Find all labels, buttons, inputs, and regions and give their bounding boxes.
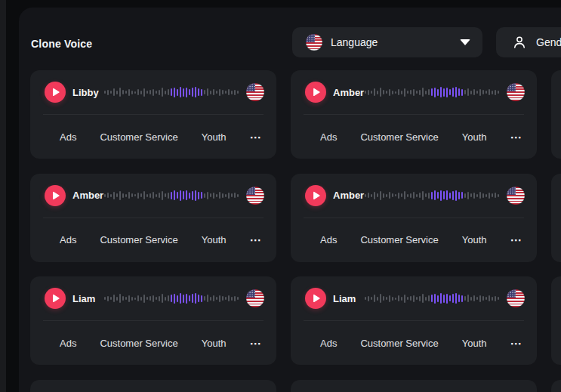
- play-button[interactable]: [45, 82, 66, 103]
- more-options-button[interactable]: ⋯: [510, 234, 522, 245]
- waveform-bar: [159, 193, 160, 198]
- waveform-bar: [458, 192, 460, 199]
- waveform-bar: [482, 296, 484, 301]
- voice-card-top: Liam: [30, 276, 276, 320]
- waveform-bar: [458, 88, 460, 96]
- more-options-button[interactable]: ⋯: [510, 131, 522, 143]
- waveform-bar: [404, 88, 405, 97]
- gender-dropdown[interactable]: Gender: [496, 27, 561, 57]
- waveform-bar: [219, 89, 220, 96]
- waveform-bar: [470, 91, 472, 94]
- waveform-bar: [419, 296, 421, 301]
- waveform-bar: [479, 295, 481, 302]
- waveform-bar: [452, 294, 454, 303]
- waveform-bar: [416, 297, 418, 300]
- waveform-bar: [425, 91, 427, 94]
- waveform-bar: [107, 296, 109, 301]
- voice-tag: Ads: [60, 234, 76, 245]
- waveform-bar: [495, 193, 496, 198]
- more-options-button[interactable]: ⋯: [250, 131, 262, 143]
- voice-card: Liam AdsCustomer ServiceYouth⋯: [30, 276, 276, 365]
- waveform-bar: [498, 297, 499, 300]
- waveform-bar: [401, 193, 402, 197]
- voice-card-partial: [551, 70, 561, 159]
- voice-tag: Ads: [60, 131, 76, 143]
- voice-grid: Libby AdsCustomer ServiceYouth⋯ Amber Ad…: [30, 70, 561, 392]
- voice-tags: AdsCustomer ServiceYouth⋯: [30, 115, 276, 159]
- waveform-bar: [431, 295, 433, 302]
- waveform-bar: [413, 192, 415, 199]
- waveform-bar: [213, 89, 214, 95]
- waveform-bar: [189, 193, 190, 199]
- voice-tag: Customer Service: [360, 338, 438, 349]
- waveform-bar: [171, 295, 172, 302]
- waveform-bar: [149, 193, 151, 198]
- waveform-bar: [473, 295, 475, 301]
- waveform-bar: [434, 190, 436, 200]
- waveform-bar: [122, 296, 124, 301]
- play-button[interactable]: [305, 288, 326, 309]
- play-button[interactable]: [305, 185, 326, 206]
- waveform-bar: [225, 194, 227, 197]
- waveform-bar: [231, 193, 233, 197]
- voice-card-partial: [30, 380, 276, 392]
- waveform-bar: [104, 194, 106, 197]
- waveform-bar: [156, 91, 157, 94]
- waveform-bar: [189, 295, 190, 301]
- waveform-bar: [413, 295, 415, 302]
- waveform-bar: [183, 295, 184, 303]
- waveform-bar: [198, 88, 199, 96]
- waveform-bar: [476, 91, 478, 94]
- play-button[interactable]: [305, 82, 326, 103]
- waveform-bar: [458, 295, 460, 302]
- waveform-bar: [428, 89, 430, 95]
- more-options-button[interactable]: ⋯: [250, 338, 262, 349]
- waveform-bar: [492, 297, 493, 301]
- waveform-bar: [177, 89, 178, 96]
- waveform-bar: [446, 190, 448, 200]
- waveform-bar: [452, 88, 454, 97]
- waveform-bar: [485, 91, 487, 94]
- waveform-bar: [446, 294, 448, 304]
- play-button[interactable]: [45, 185, 66, 206]
- waveform-bar: [425, 297, 427, 301]
- more-options-button[interactable]: ⋯: [250, 234, 262, 245]
- more-options-button[interactable]: ⋯: [510, 338, 522, 349]
- waveform-bar: [431, 88, 433, 96]
- waveform-bar: [428, 295, 430, 301]
- waveform-icon: [365, 292, 499, 304]
- waveform-bar: [392, 193, 393, 197]
- waveform-icon: [104, 292, 239, 304]
- waveform-bar: [479, 192, 481, 199]
- voice-tags: AdsCustomer ServiceYouth⋯: [30, 218, 276, 262]
- waveform-bar: [416, 91, 418, 94]
- waveform-bar: [201, 192, 202, 199]
- waveform-bar: [162, 88, 163, 97]
- play-button[interactable]: [45, 288, 66, 309]
- waveform-bar: [368, 296, 369, 301]
- waveform-bar: [134, 194, 136, 196]
- waveform-bar: [116, 297, 118, 301]
- waveform-bar: [449, 295, 451, 301]
- voice-tags: AdsCustomer ServiceYouth⋯: [291, 115, 537, 159]
- voice-name: Amber: [333, 190, 365, 201]
- voice-card-top: Amber: [291, 174, 537, 218]
- waveform-bar: [116, 91, 118, 94]
- waveform-bar: [461, 295, 463, 302]
- waveform-bar: [419, 90, 421, 95]
- voice-card: Amber AdsCustomer ServiceYouth⋯: [291, 70, 537, 159]
- waveform-bar: [192, 294, 193, 303]
- waveform-bar: [434, 294, 436, 304]
- waveform-bar: [449, 193, 451, 199]
- waveform-bar: [464, 296, 466, 301]
- waveform-bar: [216, 91, 217, 94]
- waveform-bar: [398, 193, 399, 199]
- voice-card: Amber AdsCustomer ServiceYouth⋯: [30, 174, 276, 262]
- voice-tag: Youth: [462, 338, 487, 349]
- waveform-bar: [204, 90, 205, 94]
- us-flag-icon: [507, 83, 525, 101]
- waveform-bar: [392, 91, 393, 94]
- waveform-bar: [425, 193, 427, 197]
- waveform-bar: [392, 297, 393, 301]
- language-dropdown[interactable]: Language: [292, 27, 482, 57]
